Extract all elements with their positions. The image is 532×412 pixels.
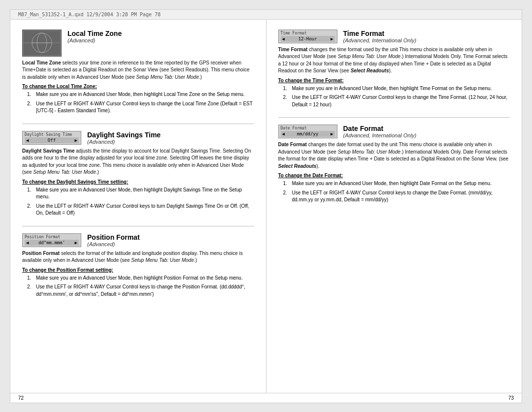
section-body-df: Date Format changes the date format used… [278, 141, 510, 170]
section-daylight-savings: Daylight Saving Time ◀ Off ▶ Daylight Sa… [22, 131, 254, 217]
footer-right-page-num: 73 [508, 395, 514, 401]
instructions-list-dst: 1. Make sure you are in Advanced User Mo… [22, 187, 254, 217]
ltz-image [22, 30, 62, 57]
arrow-right-tf[interactable]: ▶ [331, 36, 333, 41]
section-title-block-pf: Position Format (Advanced) [87, 233, 254, 247]
section-header-dst: Daylight Saving Time ◀ Off ▶ Daylight Sa… [22, 131, 254, 145]
section-title-dst: Daylight Savings Time [87, 131, 254, 139]
right-page: Time Format ◀ 12-Hour ▶ Time Format (Adv… [266, 20, 522, 393]
header-bar: M87_Man_531352-1_A.qxd 12/9/2004 3:28 PM… [10, 10, 522, 20]
section-body-dst: Daylight Savings Time adjusts the time d… [22, 148, 254, 176]
widget-value-row-pf: ◀ dd°mm.mmm' ▶ [25, 240, 79, 246]
instructions-heading-df: To change the Date Format: [278, 173, 510, 178]
section-header-tf: Time Format ◀ 12-Hour ▶ Time Format (Adv… [278, 30, 510, 43]
instructions-list-pf: 1. Make sure you are in Advanced User Mo… [22, 275, 254, 298]
section-subtitle-dst: (Advanced) [87, 139, 254, 145]
section-header-df: Date Format ◀ mm/dd/yy ▶ Date Format (Ad… [278, 125, 510, 138]
widget-tf: Time Format ◀ 12-Hour ▶ [278, 30, 337, 43]
footer-left-page-num: 72 [18, 395, 24, 401]
widget-label-df: Date Format [281, 126, 335, 130]
instructions-list-df: 1. Make sure you are in Advanced User Mo… [278, 180, 510, 204]
section-body-pf: Position Format selects the format of th… [22, 250, 254, 264]
section-title-df: Date Format [343, 125, 510, 132]
section-position-format: Position Format ◀ dd°mm.mmm' ▶ Position … [22, 233, 254, 298]
widget-label-dst: Daylight Saving Time [25, 132, 79, 137]
section-title-tf: Time Format [343, 30, 510, 37]
section-title-block-tf: Time Format (Advanced, International Onl… [343, 30, 510, 43]
list-item: 2. Use the LEFT or RIGHT 4-WAY Cursor Co… [27, 100, 254, 115]
widget-label-pf: Position Format [25, 235, 79, 239]
section-subtitle-ltz: (Advanced) [67, 37, 254, 43]
list-item: 2. Use the LEFT or RIGHT 4-WAY Cursor Co… [283, 94, 510, 108]
list-item: 1. Make sure you are in Advanced User Mo… [27, 275, 254, 282]
section-title-block-df: Date Format (Advanced, International Onl… [343, 125, 510, 138]
section-body-ltz: Local Time Zone selects your time zone i… [22, 60, 254, 81]
header-text: M87_Man_531352-1_A.qxd 12/9/2004 3:28 PM… [18, 12, 161, 17]
list-item: 1. Make sure you are in Advanced User Mo… [27, 187, 254, 201]
divider-1 [22, 124, 254, 124]
instructions-heading-ltz: To change the Local Time Zone: [22, 84, 254, 89]
section-title-pf: Position Format [87, 233, 254, 241]
arrow-right-pf[interactable]: ▶ [75, 240, 77, 245]
section-subtitle-tf: (Advanced, International Only) [343, 37, 510, 43]
content-area: Local Time Zone (Advanced) Local Time Zo… [10, 20, 522, 393]
section-date-format: Date Format ◀ mm/dd/yy ▶ Date Format (Ad… [278, 125, 510, 204]
instructions-heading-pf: To change the Position Format setting: [22, 267, 254, 273]
widget-value-pf: dd°mm.mmm' [29, 240, 74, 245]
list-item: 1. Make sure you are in Advanced User Mo… [27, 91, 254, 98]
left-page: Local Time Zone (Advanced) Local Time Zo… [10, 20, 266, 393]
instructions-heading-tf: To change the Time Format: [278, 78, 510, 83]
list-item: 2. Use the LEFT or RIGHT 4-WAY Cursor Co… [27, 203, 254, 217]
widget-value-row-dst: ◀ Off ▶ [25, 137, 79, 143]
widget-value-row-tf: ◀ 12-Hour ▶ [281, 36, 335, 42]
widget-label-tf: Time Format [281, 31, 335, 35]
arrow-right-df[interactable]: ▶ [331, 131, 333, 136]
list-item: 2. Use the LEFT or RIGHT 4-WAY Cursor Co… [283, 190, 510, 204]
instructions-list-tf: 1. Make sure you are in Advanced User Mo… [278, 85, 510, 109]
section-subtitle-df: (Advanced, International Only) [343, 132, 510, 138]
section-title-block-dst: Daylight Savings Time (Advanced) [87, 131, 254, 145]
widget-df: Date Format ◀ mm/dd/yy ▶ [278, 125, 337, 138]
widget-pf: Position Format ◀ dd°mm.mmm' ▶ [22, 233, 81, 247]
instructions-heading-dst: To change the Daylight Savings Time sett… [22, 179, 254, 185]
widget-value-row-df: ◀ mm/dd/yy ▶ [281, 131, 335, 137]
section-time-format: Time Format ◀ 12-Hour ▶ Time Format (Adv… [278, 30, 510, 109]
section-header-pf: Position Format ◀ dd°mm.mmm' ▶ Position … [22, 233, 254, 247]
list-item: 1. Make sure you are in Advanced User Mo… [283, 85, 510, 93]
widget-dst: Daylight Saving Time ◀ Off ▶ [22, 131, 81, 145]
widget-value-df: mm/dd/yy [285, 131, 331, 136]
ltz-header: Local Time Zone (Advanced) [22, 30, 254, 57]
widget-value-dst: Off [29, 138, 74, 143]
arrow-right-dst[interactable]: ▶ [75, 138, 77, 143]
section-title-block-ltz: Local Time Zone (Advanced) [67, 30, 254, 43]
widget-value-tf: 12-Hour [285, 36, 331, 41]
divider-2 [22, 226, 254, 226]
page-container: M87_Man_531352-1_A.qxd 12/9/2004 3:28 PM… [0, 0, 532, 412]
instructions-list-ltz: 1. Make sure you are in Advanced User Mo… [22, 91, 254, 115]
section-title-ltz: Local Time Zone [67, 30, 254, 37]
section-subtitle-pf: (Advanced) [87, 241, 254, 247]
divider-3 [278, 117, 510, 118]
list-item: 2. Use the LEFT or RIGHT 4-WAY Cursor Co… [27, 284, 254, 298]
section-local-time-zone: Local Time Zone (Advanced) Local Time Zo… [22, 30, 254, 115]
document: M87_Man_531352-1_A.qxd 12/9/2004 3:28 PM… [10, 9, 522, 403]
section-body-tf: Time Format changes the time format used… [278, 46, 510, 75]
footer-bar: 72 73 [10, 393, 522, 403]
list-item: 1. Make sure you are in Advanced User Mo… [283, 180, 510, 188]
